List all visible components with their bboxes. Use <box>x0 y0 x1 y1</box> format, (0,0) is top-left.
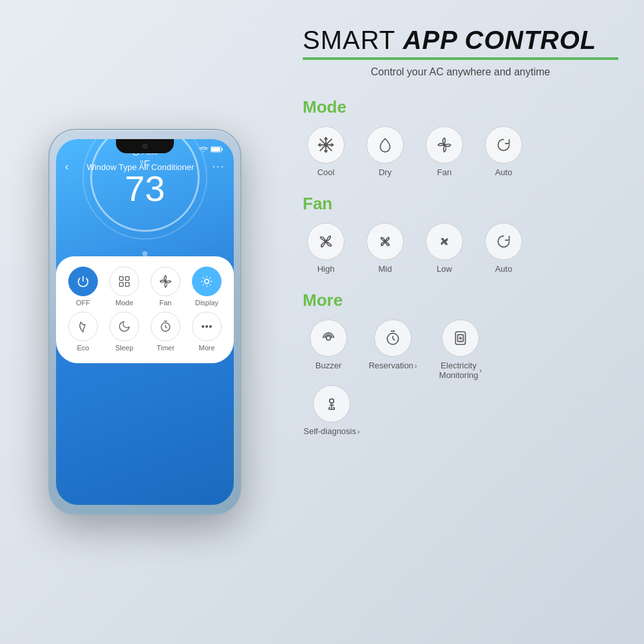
electricity-label: ElectricityMonitoring <box>439 361 478 380</box>
fan-low-icon <box>426 223 463 260</box>
ctrl-fan[interactable]: Fan <box>147 267 184 307</box>
ctrl-more[interactable]: More <box>189 312 225 352</box>
title-underline <box>303 57 618 60</box>
more-row-2: Self-diagnosis › <box>303 385 618 436</box>
svg-rect-6 <box>120 277 124 281</box>
back-button[interactable]: ‹ <box>65 161 68 173</box>
mode-fan[interactable]: Fan <box>421 126 468 177</box>
selfdiagnosis-label: Self-diagnosis <box>303 426 356 436</box>
fan-section-label: Fan <box>303 194 618 214</box>
phone-notch <box>116 139 174 153</box>
fan-icon-row: High Mid Low Auto <box>303 223 618 274</box>
fan-icon <box>151 267 180 296</box>
fan-high-icon <box>307 223 345 260</box>
auto-mode-label: Auto <box>495 167 513 177</box>
svg-point-44 <box>327 336 331 341</box>
ctrl-off-label: OFF <box>76 299 90 307</box>
status-icons <box>199 146 223 153</box>
svg-point-43 <box>443 240 446 243</box>
more-buzzer[interactable]: Buzzer <box>303 319 354 380</box>
eco-icon <box>68 312 98 341</box>
more-reservation[interactable]: Reservation › <box>367 319 419 380</box>
thermostat-area: − + Auto °F 73 <box>56 176 234 256</box>
svg-rect-2 <box>222 149 223 151</box>
mode-section: Mode Cool Dry Fan <box>303 97 618 182</box>
svg-point-31 <box>324 143 328 147</box>
temp-value: 73 <box>125 171 165 207</box>
mode-cool[interactable]: Cool <box>303 126 349 177</box>
more-electricity[interactable]: ElectricityMonitoring › <box>431 319 489 380</box>
fan-mode-label: Fan <box>437 167 451 177</box>
svg-line-19 <box>210 278 211 278</box>
fan-low[interactable]: Low <box>421 223 468 274</box>
mode-section-label: Mode <box>303 97 618 117</box>
ctrl-more-label: More <box>198 344 214 352</box>
selfdiagnosis-icon <box>313 385 350 422</box>
more-selfdiagnosis[interactable]: Self-diagnosis › <box>303 385 361 436</box>
cool-label: Cool <box>317 167 335 177</box>
fan-high-label: High <box>317 264 335 274</box>
svg-point-42 <box>384 240 386 243</box>
mode-icon <box>109 267 139 296</box>
svg-point-25 <box>206 326 208 328</box>
ctrl-timer-label: Timer <box>156 344 175 352</box>
svg-point-40 <box>443 144 446 146</box>
right-section: SMART APP CONTROL Control your AC anywhe… <box>290 0 644 644</box>
ctrl-sleep-label: Sleep <box>115 344 133 352</box>
ctrl-mode-label: Mode <box>115 299 133 307</box>
more-section-label: More <box>303 290 618 310</box>
left-section: ‹ Window Type Air Conditioner ··· − + A <box>0 0 290 644</box>
reservation-label-row: Reservation › <box>368 361 417 370</box>
ctrl-mode[interactable]: Mode <box>106 267 142 307</box>
svg-line-18 <box>203 285 204 285</box>
svg-point-24 <box>202 326 204 328</box>
fan-mid-icon <box>366 223 404 260</box>
mode-dry[interactable]: Dry <box>362 126 408 177</box>
more-options-button[interactable]: ··· <box>213 161 225 173</box>
electricity-label-row: ElectricityMonitoring › <box>439 361 482 380</box>
fan-mode-icon <box>426 126 463 164</box>
subtitle: Control your AC anywhere and anytime <box>303 66 618 78</box>
mode-icon-row: Cool Dry Fan Auto <box>303 126 618 177</box>
ctrl-off[interactable]: OFF <box>65 267 101 307</box>
fan-auto[interactable]: Auto <box>480 223 527 274</box>
fan-mid[interactable]: Mid <box>362 223 408 274</box>
fan-low-label: Low <box>437 264 452 274</box>
ctrl-display[interactable]: Display <box>189 267 225 307</box>
more-dots-icon <box>192 312 222 341</box>
temp-unit: °F <box>140 159 150 171</box>
svg-line-47 <box>393 339 395 340</box>
fan-auto-label: Auto <box>495 264 513 274</box>
svg-marker-52 <box>459 336 462 341</box>
camera-dot <box>142 144 147 149</box>
svg-line-16 <box>203 278 204 278</box>
power-icon <box>68 267 98 296</box>
title-normal: SMART <box>303 26 403 54</box>
svg-line-17 <box>210 285 211 285</box>
buzzer-icon <box>310 319 347 357</box>
dot-indicator <box>142 251 147 256</box>
svg-point-41 <box>325 240 327 243</box>
svg-rect-8 <box>120 283 124 287</box>
bottom-controls: OFF Mode Fan <box>56 256 234 363</box>
cool-icon <box>307 126 345 164</box>
mode-auto[interactable]: Auto <box>480 126 527 177</box>
selfdiagnosis-label-row: Self-diagnosis › <box>303 426 359 436</box>
svg-point-10 <box>164 280 167 283</box>
ctrl-sleep[interactable]: Sleep <box>106 312 142 352</box>
fan-high[interactable]: High <box>303 223 349 274</box>
title-bold: APP CONTROL <box>403 26 597 54</box>
control-row-2: Eco Sleep Timer <box>62 312 227 352</box>
ctrl-fan-label: Fan <box>160 299 172 307</box>
ctrl-timer[interactable]: Timer <box>147 312 184 352</box>
svg-rect-9 <box>126 283 129 287</box>
auto-mode-icon <box>485 126 522 164</box>
ctrl-eco[interactable]: Eco <box>65 312 101 352</box>
svg-point-11 <box>205 279 209 284</box>
phone-screen: ‹ Window Type Air Conditioner ··· − + A <box>56 139 234 505</box>
svg-rect-7 <box>126 277 129 281</box>
sleep-icon <box>109 312 139 341</box>
ctrl-eco-label: Eco <box>77 344 90 352</box>
more-row-1: Buzzer Reservation › ElectricityMonitori… <box>303 319 618 380</box>
display-icon <box>192 267 222 296</box>
